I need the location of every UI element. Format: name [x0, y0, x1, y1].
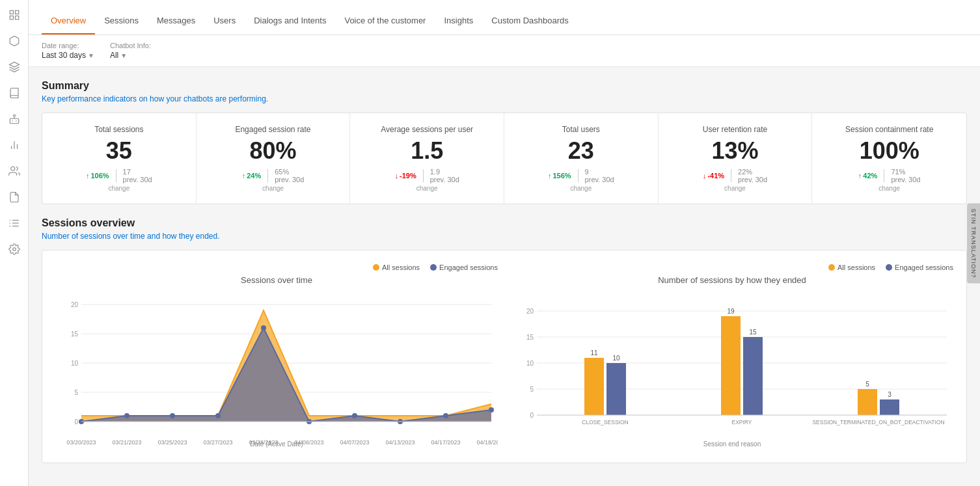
- sidebar-icon-file[interactable]: [7, 190, 21, 204]
- svg-point-32: [124, 413, 129, 418]
- tab-sessions[interactable]: Sessions: [95, 16, 148, 34]
- metric-prev-5: 71% prev. 30d: [891, 168, 920, 183]
- svg-point-39: [443, 413, 448, 418]
- date-range-caret: ▼: [88, 52, 94, 59]
- chart2-label-all: All sessions: [837, 263, 875, 271]
- page-content: Summary Key performance indicators on ho…: [29, 67, 980, 476]
- metric-change-4: ↓ -41%: [703, 172, 724, 180]
- tab-overview[interactable]: Overview: [42, 16, 95, 34]
- sessions-over-time-chart: All sessions Engaged sessions Sessions o…: [55, 263, 498, 450]
- metric-card-4: User retention rate 13% ↓ -41% 22% prev.…: [659, 113, 813, 204]
- date-range-value[interactable]: Last 30 days ▼: [42, 51, 94, 60]
- charts-row: All sessions Engaged sessions Sessions o…: [55, 263, 953, 450]
- metric-footer-0: ↑ 106% 17 prev. 30d: [55, 168, 183, 183]
- metric-value-1: 80%: [210, 139, 337, 163]
- chart2-dot-engaged: [886, 264, 892, 271]
- metric-label-1: Engaged session rate: [210, 125, 337, 134]
- sidebar-icon-people[interactable]: [7, 164, 21, 178]
- chatbot-value[interactable]: All ▼: [110, 51, 151, 60]
- tab-messages[interactable]: Messages: [148, 16, 204, 34]
- svg-rect-5: [10, 118, 19, 124]
- svg-text:EXPIRY: EXPIRY: [731, 419, 752, 425]
- sidebar-icon-box[interactable]: [7, 34, 21, 48]
- svg-text:20: 20: [526, 308, 534, 315]
- sidebar-icon-book[interactable]: [7, 86, 21, 100]
- tab-voice-customer[interactable]: Voice of the customer: [335, 16, 435, 34]
- summary-section: Summary Key performance indicators on ho…: [42, 80, 967, 204]
- chart2-label-engaged: Engaged sessions: [895, 263, 953, 271]
- svg-text:11: 11: [590, 349, 598, 357]
- metric-prev-2: 1.9 prev. 30d: [430, 168, 459, 183]
- chart2-dot-all: [828, 264, 835, 271]
- tab-dialogs-intents[interactable]: Dialogs and Intents: [245, 16, 335, 34]
- metric-change-value-4: -41%: [707, 172, 724, 180]
- sidebar-icon-robot[interactable]: [7, 112, 21, 126]
- legend-label-all: All sessions: [382, 263, 420, 271]
- svg-rect-63: [584, 358, 604, 415]
- metric-value-3: 23: [517, 139, 645, 163]
- metric-change-value-2: -19%: [400, 172, 416, 180]
- metric-footer-5: ↑ 42% 71% prev. 30d: [825, 168, 953, 183]
- metric-change-0: ↑ 106%: [86, 172, 109, 180]
- metric-label-2: Average sessions per user: [363, 125, 491, 134]
- metric-arrow-3: ↑: [548, 172, 552, 180]
- metric-card-1: Engaged session rate 80% ↑ 24% 65% prev.…: [197, 113, 351, 204]
- metric-footer-2: ↓ -19% 1.9 prev. 30d: [363, 168, 491, 183]
- svg-text:20: 20: [71, 301, 79, 308]
- sidebar-icon-list[interactable]: [7, 216, 21, 230]
- date-range-control: Date range: Last 30 days ▼: [42, 42, 94, 60]
- chatbot-control: Chatbot Info: All ▼: [110, 42, 151, 60]
- chatbot-label: Chatbot Info:: [110, 42, 151, 49]
- svg-text:5: 5: [530, 386, 534, 393]
- chatbot-caret: ▼: [120, 52, 127, 59]
- sidebar-icon-grid[interactable]: [7, 8, 21, 22]
- svg-text:03/27/2023: 03/27/2023: [203, 439, 232, 446]
- metric-value-5: 100%: [825, 139, 953, 163]
- chart2-legend-all: All sessions: [828, 263, 875, 271]
- metric-change-5: ↑ 42%: [858, 172, 878, 180]
- metric-divider-0: [116, 169, 116, 182]
- svg-text:15: 15: [526, 334, 534, 341]
- sessions-overview-section: Sessions overview Number of sessions ove…: [42, 217, 967, 463]
- tab-insights[interactable]: Insights: [435, 16, 482, 34]
- metric-prev-3: 9 prev. 30d: [585, 168, 614, 183]
- svg-text:19: 19: [727, 308, 735, 315]
- sidebar-icon-layers[interactable]: [7, 60, 21, 74]
- summary-subtitle: Key performance indicators on how your c…: [42, 94, 967, 103]
- sidebar-icon-settings[interactable]: [7, 242, 21, 256]
- svg-point-35: [261, 325, 266, 331]
- svg-marker-4: [9, 62, 19, 68]
- stin-panel[interactable]: STIN TRANSLATION?: [967, 203, 980, 283]
- svg-point-13: [10, 167, 14, 170]
- svg-text:03/20/2023: 03/20/2023: [66, 439, 96, 446]
- metric-arrow-2: ↓: [395, 172, 399, 180]
- chart1-svg: 0510152003/20/202303/21/202303/25/202303…: [55, 291, 498, 448]
- svg-rect-70: [743, 337, 763, 415]
- svg-text:5: 5: [865, 381, 869, 388]
- sidebar-icon-chart[interactable]: [7, 138, 21, 152]
- svg-point-37: [352, 413, 357, 418]
- svg-text:04/17/2023: 04/17/2023: [431, 439, 460, 446]
- svg-rect-1: [15, 10, 18, 14]
- metric-change-2: ↓ -19%: [395, 172, 416, 180]
- date-range-label: Date range:: [42, 42, 94, 49]
- svg-rect-2: [10, 16, 13, 20]
- summary-title: Summary: [42, 80, 967, 92]
- metric-divider-3: [578, 169, 578, 182]
- metric-footer-4: ↓ -41% 22% prev. 30d: [672, 168, 799, 183]
- metric-arrow-5: ↑: [858, 172, 862, 180]
- chart2-svg: 051015201110CLOSE_SESSION1915EXPIRY53SES…: [511, 291, 953, 448]
- tab-users[interactable]: Users: [204, 16, 245, 34]
- chart2-title: Number of sessions by how they ended: [511, 275, 953, 285]
- svg-text:15: 15: [71, 331, 79, 338]
- svg-point-34: [215, 413, 221, 418]
- metric-label-4: User retention rate: [672, 125, 799, 134]
- chart2-legend-engaged: Engaged sessions: [886, 263, 953, 271]
- svg-text:03/21/2023: 03/21/2023: [112, 439, 141, 446]
- metric-divider-2: [423, 169, 424, 182]
- metric-arrow-0: ↑: [86, 172, 90, 180]
- svg-text:5: 5: [74, 389, 78, 396]
- svg-text:SESSION_TERMINATED_ON_BOT_DEAC: SESSION_TERMINATED_ON_BOT_DEACTIVATION: [812, 419, 944, 425]
- svg-text:10: 10: [612, 355, 620, 362]
- tab-custom-dashboards[interactable]: Custom Dashboards: [482, 16, 578, 34]
